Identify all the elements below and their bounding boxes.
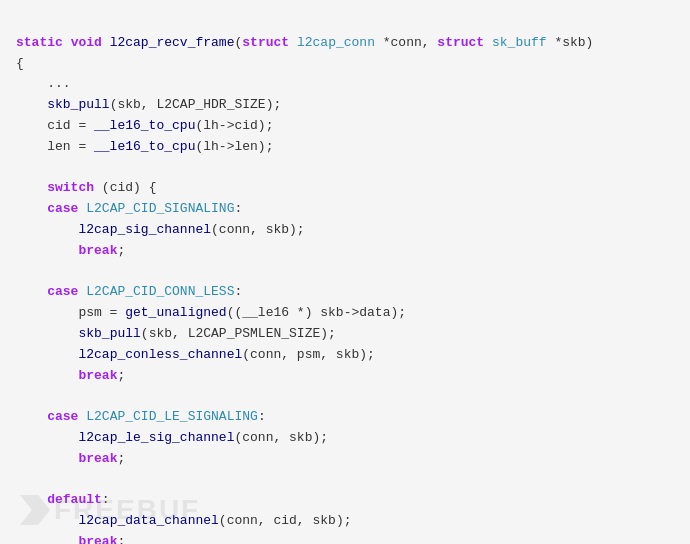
code-viewer: static void l2cap_recv_frame(struct l2ca… <box>0 0 690 544</box>
param-type-1: struct <box>242 35 289 50</box>
return-type: void <box>71 35 102 50</box>
func-name: l2cap_recv_frame <box>110 35 235 50</box>
func-keyword: static <box>16 35 63 50</box>
